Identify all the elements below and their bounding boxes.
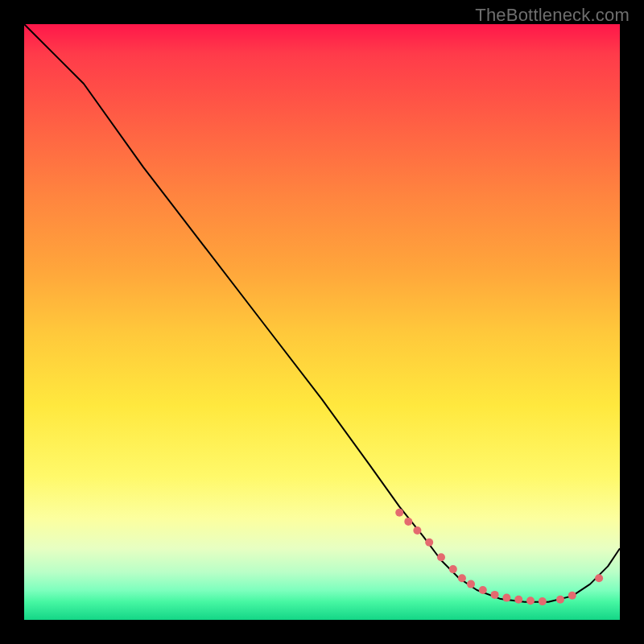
curve-marker [514,596,522,604]
curve-marker [539,597,547,605]
curve-marker [479,586,487,594]
curve-marker [595,574,603,582]
curve-marker [449,565,457,573]
chart-frame: TheBottleneck.com [0,0,644,644]
curve-marker [458,574,466,582]
curve-marker [437,553,445,561]
curve-marker [413,526,421,535]
curve-marker [568,592,576,600]
curve-marker [502,594,510,602]
bottleneck-curve [24,24,620,602]
curve-marker [526,597,535,605]
chart-plot-area [24,24,620,620]
curve-marker [467,580,475,588]
curve-marker [491,591,499,599]
curve-marker [425,539,433,547]
curve-marker [556,596,564,604]
curve-marker [395,509,403,517]
marker-group [395,509,603,605]
watermark-text: TheBottleneck.com [475,5,630,26]
chart-svg [24,24,620,620]
curve-marker [404,518,412,526]
